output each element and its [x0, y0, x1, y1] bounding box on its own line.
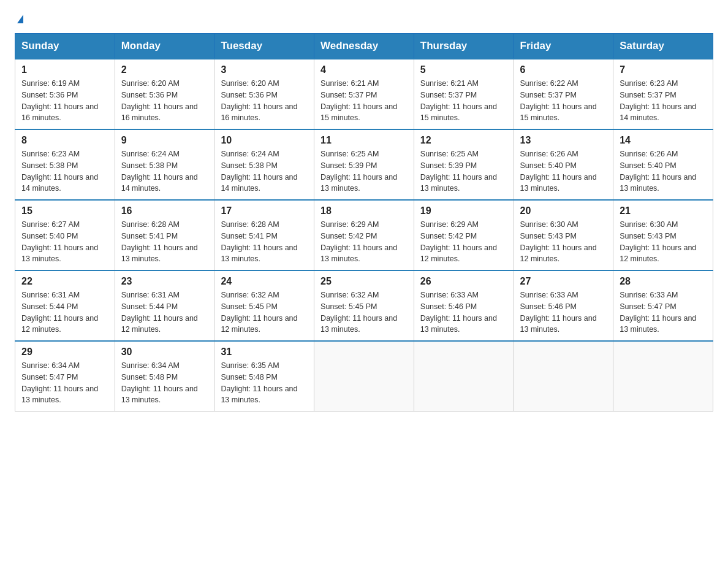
- calendar-day-cell: 21 Sunrise: 6:30 AM Sunset: 5:43 PM Dayl…: [613, 200, 713, 270]
- weekday-header-wednesday: Wednesday: [314, 34, 414, 59]
- day-info: Sunrise: 6:21 AM Sunset: 5:37 PM Dayligh…: [320, 78, 408, 124]
- weekday-header-saturday: Saturday: [613, 34, 713, 59]
- calendar-week-row: 15 Sunrise: 6:27 AM Sunset: 5:40 PM Dayl…: [15, 200, 713, 270]
- day-number: 8: [21, 135, 108, 146]
- calendar-day-cell: [613, 341, 713, 412]
- day-number: 21: [620, 205, 707, 216]
- page-header: [15, 15, 713, 23]
- day-info: Sunrise: 6:26 AM Sunset: 5:40 PM Dayligh…: [620, 148, 707, 194]
- day-info: Sunrise: 6:26 AM Sunset: 5:40 PM Dayligh…: [520, 148, 607, 194]
- day-info: Sunrise: 6:20 AM Sunset: 5:36 PM Dayligh…: [221, 78, 308, 124]
- weekday-header-row: SundayMondayTuesdayWednesdayThursdayFrid…: [15, 34, 713, 59]
- day-info: Sunrise: 6:22 AM Sunset: 5:37 PM Dayligh…: [520, 78, 607, 124]
- calendar-day-cell: 14 Sunrise: 6:26 AM Sunset: 5:40 PM Dayl…: [613, 129, 713, 200]
- calendar-day-cell: [414, 341, 514, 412]
- day-info: Sunrise: 6:30 AM Sunset: 5:43 PM Dayligh…: [620, 219, 707, 265]
- day-number: 13: [520, 135, 607, 146]
- calendar-day-cell: 16 Sunrise: 6:28 AM Sunset: 5:41 PM Dayl…: [115, 200, 214, 270]
- day-number: 26: [420, 276, 507, 287]
- day-info: Sunrise: 6:21 AM Sunset: 5:37 PM Dayligh…: [420, 78, 507, 124]
- day-info: Sunrise: 6:32 AM Sunset: 5:45 PM Dayligh…: [221, 289, 308, 335]
- logo: [15, 15, 23, 23]
- day-number: 15: [21, 205, 108, 216]
- day-number: 3: [221, 64, 308, 75]
- day-number: 16: [121, 205, 208, 216]
- day-number: 1: [21, 64, 108, 75]
- calendar-day-cell: [314, 341, 414, 412]
- day-number: 23: [121, 276, 208, 287]
- day-info: Sunrise: 6:25 AM Sunset: 5:39 PM Dayligh…: [320, 148, 408, 194]
- day-info: Sunrise: 6:20 AM Sunset: 5:36 PM Dayligh…: [121, 78, 208, 124]
- day-info: Sunrise: 6:29 AM Sunset: 5:42 PM Dayligh…: [420, 219, 507, 265]
- day-number: 9: [121, 135, 208, 146]
- day-number: 27: [520, 276, 607, 287]
- day-info: Sunrise: 6:28 AM Sunset: 5:41 PM Dayligh…: [121, 219, 208, 265]
- day-number: 5: [420, 64, 507, 75]
- calendar-day-cell: 12 Sunrise: 6:25 AM Sunset: 5:39 PM Dayl…: [414, 129, 514, 200]
- calendar-week-row: 22 Sunrise: 6:31 AM Sunset: 5:44 PM Dayl…: [15, 270, 713, 341]
- day-number: 10: [221, 135, 308, 146]
- day-info: Sunrise: 6:34 AM Sunset: 5:48 PM Dayligh…: [121, 360, 208, 406]
- day-number: 25: [320, 276, 408, 287]
- calendar-day-cell: 23 Sunrise: 6:31 AM Sunset: 5:44 PM Dayl…: [115, 270, 214, 341]
- calendar-day-cell: 30 Sunrise: 6:34 AM Sunset: 5:48 PM Dayl…: [115, 341, 214, 412]
- day-info: Sunrise: 6:19 AM Sunset: 5:36 PM Dayligh…: [21, 78, 108, 124]
- day-info: Sunrise: 6:32 AM Sunset: 5:45 PM Dayligh…: [320, 289, 408, 335]
- day-number: 29: [21, 347, 108, 358]
- calendar-day-cell: 18 Sunrise: 6:29 AM Sunset: 5:42 PM Dayl…: [314, 200, 414, 270]
- day-info: Sunrise: 6:23 AM Sunset: 5:37 PM Dayligh…: [620, 78, 707, 124]
- day-number: 30: [121, 347, 208, 358]
- day-info: Sunrise: 6:33 AM Sunset: 5:46 PM Dayligh…: [420, 289, 507, 335]
- day-info: Sunrise: 6:31 AM Sunset: 5:44 PM Dayligh…: [21, 289, 108, 335]
- day-info: Sunrise: 6:29 AM Sunset: 5:42 PM Dayligh…: [320, 219, 408, 265]
- day-number: 17: [221, 205, 308, 216]
- weekday-header-monday: Monday: [115, 34, 214, 59]
- calendar-day-cell: 19 Sunrise: 6:29 AM Sunset: 5:42 PM Dayl…: [414, 200, 514, 270]
- day-number: 22: [21, 276, 108, 287]
- day-number: 18: [320, 205, 408, 216]
- calendar-day-cell: 3 Sunrise: 6:20 AM Sunset: 5:36 PM Dayli…: [214, 59, 314, 129]
- calendar-day-cell: 24 Sunrise: 6:32 AM Sunset: 5:45 PM Dayl…: [214, 270, 314, 341]
- day-number: 14: [620, 135, 707, 146]
- weekday-header-tuesday: Tuesday: [214, 34, 314, 59]
- weekday-header-thursday: Thursday: [414, 34, 514, 59]
- calendar-day-cell: 20 Sunrise: 6:30 AM Sunset: 5:43 PM Dayl…: [514, 200, 613, 270]
- day-number: 6: [520, 64, 607, 75]
- calendar-day-cell: 9 Sunrise: 6:24 AM Sunset: 5:38 PM Dayli…: [115, 129, 214, 200]
- day-info: Sunrise: 6:30 AM Sunset: 5:43 PM Dayligh…: [520, 219, 607, 265]
- day-info: Sunrise: 6:24 AM Sunset: 5:38 PM Dayligh…: [121, 148, 208, 194]
- calendar-day-cell: 31 Sunrise: 6:35 AM Sunset: 5:48 PM Dayl…: [214, 341, 314, 412]
- calendar-day-cell: 2 Sunrise: 6:20 AM Sunset: 5:36 PM Dayli…: [115, 59, 214, 129]
- day-info: Sunrise: 6:33 AM Sunset: 5:46 PM Dayligh…: [520, 289, 607, 335]
- calendar-day-cell: 4 Sunrise: 6:21 AM Sunset: 5:37 PM Dayli…: [314, 59, 414, 129]
- calendar-day-cell: 1 Sunrise: 6:19 AM Sunset: 5:36 PM Dayli…: [15, 59, 115, 129]
- calendar-day-cell: [514, 341, 613, 412]
- calendar-day-cell: 8 Sunrise: 6:23 AM Sunset: 5:38 PM Dayli…: [15, 129, 115, 200]
- day-info: Sunrise: 6:24 AM Sunset: 5:38 PM Dayligh…: [221, 148, 308, 194]
- calendar-day-cell: 25 Sunrise: 6:32 AM Sunset: 5:45 PM Dayl…: [314, 270, 414, 341]
- day-info: Sunrise: 6:28 AM Sunset: 5:41 PM Dayligh…: [221, 219, 308, 265]
- calendar-day-cell: 26 Sunrise: 6:33 AM Sunset: 5:46 PM Dayl…: [414, 270, 514, 341]
- calendar-day-cell: 29 Sunrise: 6:34 AM Sunset: 5:47 PM Dayl…: [15, 341, 115, 412]
- calendar-day-cell: 13 Sunrise: 6:26 AM Sunset: 5:40 PM Dayl…: [514, 129, 613, 200]
- day-info: Sunrise: 6:27 AM Sunset: 5:40 PM Dayligh…: [21, 219, 108, 265]
- calendar-week-row: 29 Sunrise: 6:34 AM Sunset: 5:47 PM Dayl…: [15, 341, 713, 412]
- logo-triangle-icon: [17, 15, 23, 23]
- day-number: 12: [420, 135, 507, 146]
- calendar-day-cell: 7 Sunrise: 6:23 AM Sunset: 5:37 PM Dayli…: [613, 59, 713, 129]
- day-number: 28: [620, 276, 707, 287]
- day-number: 2: [121, 64, 208, 75]
- day-info: Sunrise: 6:23 AM Sunset: 5:38 PM Dayligh…: [21, 148, 108, 194]
- day-number: 19: [420, 205, 507, 216]
- weekday-header-sunday: Sunday: [15, 34, 115, 59]
- calendar-day-cell: 10 Sunrise: 6:24 AM Sunset: 5:38 PM Dayl…: [214, 129, 314, 200]
- calendar-week-row: 8 Sunrise: 6:23 AM Sunset: 5:38 PM Dayli…: [15, 129, 713, 200]
- calendar-day-cell: 15 Sunrise: 6:27 AM Sunset: 5:40 PM Dayl…: [15, 200, 115, 270]
- calendar-day-cell: 17 Sunrise: 6:28 AM Sunset: 5:41 PM Dayl…: [214, 200, 314, 270]
- day-info: Sunrise: 6:33 AM Sunset: 5:47 PM Dayligh…: [620, 289, 707, 335]
- day-number: 4: [320, 64, 408, 75]
- calendar-day-cell: 5 Sunrise: 6:21 AM Sunset: 5:37 PM Dayli…: [414, 59, 514, 129]
- day-number: 24: [221, 276, 308, 287]
- day-info: Sunrise: 6:35 AM Sunset: 5:48 PM Dayligh…: [221, 360, 308, 406]
- day-info: Sunrise: 6:25 AM Sunset: 5:39 PM Dayligh…: [420, 148, 507, 194]
